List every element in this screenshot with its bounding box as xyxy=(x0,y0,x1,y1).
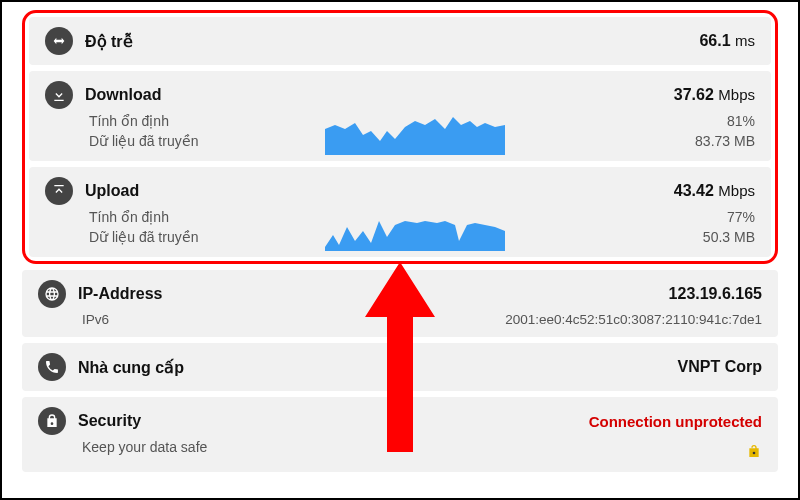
upload-label: Upload xyxy=(85,182,139,200)
ip-value: 123.19.6.165 xyxy=(669,285,762,303)
phone-icon xyxy=(38,353,66,381)
latency-row: Độ trễ 66.1 ms xyxy=(29,17,771,65)
security-status: Connection unprotected xyxy=(589,413,762,430)
speed-highlight: Độ trễ 66.1 ms Download 37.62 Mbps Tính … xyxy=(22,10,778,264)
ipv6-value: 2001:ee0:4c52:51c0:3087:2110:941c:7de1 xyxy=(505,312,762,327)
provider-value: VNPT Corp xyxy=(678,358,762,376)
download-row: Download 37.62 Mbps Tính ổn định 81% Dữ … xyxy=(29,71,771,161)
latency-label: Độ trễ xyxy=(85,32,133,51)
upload-stability-value: 77% xyxy=(727,209,755,225)
download-stability-value: 81% xyxy=(727,113,755,129)
upload-row: Upload 43.42 Mbps Tính ổn định 77% Dữ li… xyxy=(29,167,771,257)
ipv6-label: IPv6 xyxy=(82,312,109,327)
upload-icon xyxy=(45,177,73,205)
download-stability-label: Tính ổn định xyxy=(89,113,169,129)
ip-label: IP-Address xyxy=(78,285,162,303)
security-sub-label: Keep your data safe xyxy=(82,439,207,462)
annotation-arrow xyxy=(365,262,435,456)
upload-chart xyxy=(325,207,505,251)
security-label: Security xyxy=(78,412,141,430)
download-value: 37.62 Mbps xyxy=(674,86,755,104)
download-data-value: 83.73 MB xyxy=(695,133,755,149)
download-data-label: Dữ liệu đã truyền xyxy=(89,133,198,149)
provider-label: Nhà cung cấp xyxy=(78,358,184,377)
lock-icon xyxy=(38,407,66,435)
upload-value: 43.42 Mbps xyxy=(674,182,755,200)
lock-open-icon xyxy=(746,443,762,462)
upload-data-label: Dữ liệu đã truyền xyxy=(89,229,198,245)
latency-icon xyxy=(45,27,73,55)
globe-icon xyxy=(38,280,66,308)
upload-stability-label: Tính ổn định xyxy=(89,209,169,225)
download-label: Download xyxy=(85,86,161,104)
download-icon xyxy=(45,81,73,109)
download-chart xyxy=(325,111,505,155)
latency-value: 66.1 ms xyxy=(699,32,755,50)
upload-data-value: 50.3 MB xyxy=(703,229,755,245)
